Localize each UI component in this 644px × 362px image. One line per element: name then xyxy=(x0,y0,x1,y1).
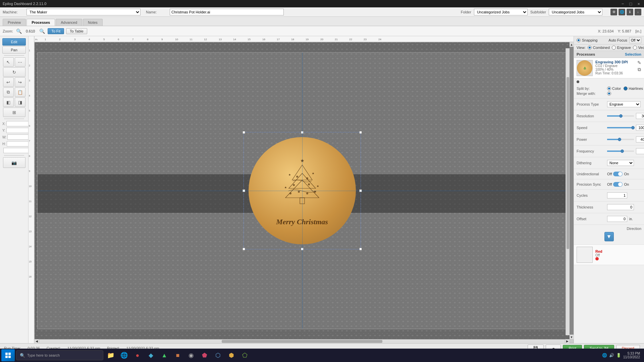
resolution-input[interactable] xyxy=(636,113,644,119)
edit-btn[interactable]: Edit xyxy=(2,38,26,46)
taskbar-app9[interactable]: ⬠ xyxy=(239,349,251,361)
split-color-option[interactable]: Color xyxy=(607,86,621,90)
taskbar-app8[interactable]: ⬢ xyxy=(225,349,237,361)
offset-input[interactable] xyxy=(607,216,627,222)
taskbar-chrome[interactable]: 🌐 xyxy=(118,349,130,361)
select-dashed-btn[interactable]: ⋯ xyxy=(15,57,25,67)
handle-tr[interactable] xyxy=(359,131,362,134)
h-input[interactable] xyxy=(7,141,29,146)
download-icon[interactable]: ↓ xyxy=(635,9,641,15)
to-table-btn[interactable]: To Table xyxy=(66,28,87,34)
split-hairlines-option[interactable]: Hairlines xyxy=(624,86,643,90)
unidirectional-toggle-control[interactable] xyxy=(613,172,623,176)
pan-btn[interactable]: Pan xyxy=(2,46,26,54)
red-process-item[interactable]: Red Off xyxy=(574,245,644,265)
handle-bl[interactable] xyxy=(243,248,245,250)
precision-sync-toggle[interactable]: Off On xyxy=(607,182,629,187)
cycles-input[interactable] xyxy=(607,192,627,198)
vscroll-thumb[interactable] xyxy=(567,77,569,249)
close-btn[interactable]: × xyxy=(636,1,641,6)
frequency-slider[interactable] xyxy=(607,150,634,152)
taskbar: 🔍 Type here to search 📁 🌐 ● ◆ ▲ ■ ◉ ⬟ ⬡ … xyxy=(0,349,644,362)
direction-down-btn[interactable]: ▼ xyxy=(604,232,614,241)
power-slider[interactable] xyxy=(607,139,634,140)
power-input[interactable] xyxy=(636,136,644,142)
thickness-input[interactable] xyxy=(607,204,634,210)
view-engrave[interactable]: Engrave xyxy=(612,46,631,50)
canvas-area[interactable]: in. 1 2 3 4 5 6 7 8 9 10 11 12 13 14 15 … xyxy=(29,36,574,343)
start-button[interactable] xyxy=(1,349,15,361)
hscroll-thumb[interactable] xyxy=(222,340,382,343)
folder-select[interactable]: Uncategorized Jobs xyxy=(474,9,528,15)
taskbar-file-explorer[interactable]: 📁 xyxy=(105,349,117,361)
align-left-btn[interactable]: ◧ xyxy=(3,98,14,107)
autofocus-select[interactable]: OffOn xyxy=(629,37,641,43)
zoom-out-btn[interactable]: 🔍 xyxy=(15,27,22,35)
selection-link[interactable]: Selection xyxy=(625,52,641,56)
maximize-btn[interactable]: □ xyxy=(628,1,634,6)
canvas-content[interactable]: ★ xyxy=(35,42,570,339)
undo-btn[interactable]: ↩ xyxy=(3,77,14,87)
dithering-select[interactable]: None xyxy=(607,160,634,166)
w-input[interactable] xyxy=(7,134,29,140)
taskbar-app3[interactable]: ▲ xyxy=(158,349,170,361)
taskbar-app6[interactable]: ⬟ xyxy=(199,349,211,361)
tab-notes[interactable]: Notes xyxy=(83,19,103,26)
network-icon[interactable]: 🌐 xyxy=(619,9,625,15)
taskbar-app1[interactable]: ● xyxy=(131,349,144,361)
redo-btn[interactable]: ↪ xyxy=(15,77,25,87)
taskbar-app4[interactable]: ■ xyxy=(172,349,184,361)
rotate-btn[interactable]: ↻ xyxy=(3,67,25,77)
horizontal-scrollbar[interactable] xyxy=(35,339,570,343)
settings-icon[interactable]: ⚙ xyxy=(610,9,617,15)
speed-slider[interactable] xyxy=(607,127,634,128)
x-input[interactable] xyxy=(6,121,29,126)
zoom-in-btn[interactable]: 🔍 xyxy=(38,27,46,35)
angle-input[interactable] xyxy=(3,148,29,153)
hscroll-right-btn[interactable]: ▶ xyxy=(565,339,570,343)
align-right-btn[interactable]: ◨ xyxy=(15,98,25,107)
camera-btn[interactable]: 📷 xyxy=(3,157,25,168)
left-divider-2 xyxy=(4,119,24,119)
process-item-1[interactable]: 🎄 Engraving 300 DPI CO2 / Engrave 100% /… xyxy=(574,58,644,78)
taskbar-search[interactable]: 🔍 Type here to search xyxy=(16,350,103,360)
taskbar-app5[interactable]: ◉ xyxy=(185,349,197,361)
taskbar-right: 🌐 🔊 🔋 5:33 PM 11/10/2022 xyxy=(602,352,643,359)
view-vector[interactable]: Vector xyxy=(633,46,644,50)
unidirectional-toggle[interactable]: Off On xyxy=(607,172,629,176)
to-fit-btn[interactable]: To Fit xyxy=(48,28,64,34)
frequency-input[interactable] xyxy=(636,148,644,154)
taskbar-app2[interactable]: ◆ xyxy=(145,349,157,361)
vscroll-up-btn[interactable]: ▲ xyxy=(570,42,574,47)
machine-select[interactable]: The Maker xyxy=(26,9,141,15)
vertical-scrollbar[interactable] xyxy=(566,48,570,335)
taskbar-app7[interactable]: ⬡ xyxy=(212,349,224,361)
subfolder-select[interactable]: Uncategorized Jobs xyxy=(549,9,602,15)
split-by-label: Split by: xyxy=(577,86,605,90)
handle-br[interactable] xyxy=(359,248,362,250)
paste-btn[interactable]: 📋 xyxy=(15,87,25,97)
vscroll-down-btn[interactable]: ▼ xyxy=(570,335,574,339)
grid-btn[interactable]: ⊞ xyxy=(3,108,25,117)
tab-processes[interactable]: Processes xyxy=(26,19,55,26)
process-copy-btn[interactable]: ⧉ xyxy=(637,67,641,72)
name-input[interactable] xyxy=(170,9,284,15)
y-input[interactable] xyxy=(6,128,29,133)
speed-input[interactable] xyxy=(636,125,644,131)
view-combined[interactable]: Combined xyxy=(588,46,610,50)
merge-with-radio[interactable] xyxy=(607,92,611,96)
handle-tl[interactable] xyxy=(243,131,245,134)
snapping-toggle[interactable]: Snapping xyxy=(577,38,598,42)
copy-btn[interactable]: ⧉ xyxy=(3,87,14,97)
process-type-select[interactable]: EngraveVector xyxy=(607,101,641,107)
select-arrow-btn[interactable]: ↖ xyxy=(3,57,14,67)
tab-advanced[interactable]: Advanced xyxy=(56,19,82,26)
tab-preview[interactable]: Preview xyxy=(3,19,26,26)
minimize-btn[interactable]: − xyxy=(620,1,626,6)
precision-sync-toggle-control[interactable] xyxy=(613,182,623,187)
resolution-slider[interactable] xyxy=(607,115,634,117)
process-edit-btn[interactable]: ✎ xyxy=(637,60,641,65)
svg-rect-63 xyxy=(8,356,11,358)
info-icon[interactable]: ℹ xyxy=(627,9,633,15)
hscroll-left-btn[interactable]: ◀ xyxy=(35,339,39,343)
